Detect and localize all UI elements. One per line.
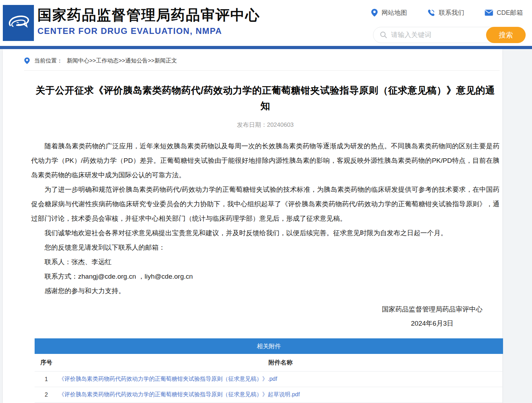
breadcrumb-item-notices[interactable]: 通知公告 bbox=[125, 58, 148, 64]
cde-mail-label: CDE邮箱 bbox=[497, 8, 523, 17]
contact-us-label: 联系我们 bbox=[439, 8, 464, 17]
search-button[interactable]: 搜索 bbox=[486, 27, 526, 43]
breadcrumb-item-news-center[interactable]: 新闻中心 bbox=[67, 58, 89, 64]
search-icon bbox=[380, 31, 388, 39]
utility-links: 网站地图 联系我们 CDE邮箱 bbox=[371, 8, 523, 17]
breadcrumb-divider bbox=[24, 70, 500, 71]
paragraph-4: 您的反馈意见请发到以下联系人的邮箱： bbox=[31, 240, 500, 255]
sitemap-label: 网站地图 bbox=[382, 8, 407, 17]
breadcrumb-item-article[interactable]: 新闻正文 bbox=[154, 58, 177, 64]
envelope-icon bbox=[485, 10, 493, 16]
table-row: 2 《评价胰岛素类药物药代药效动力学的正葡萄糖钳夹试验指导原则（征求意见稿）》起… bbox=[35, 387, 503, 403]
signature-org: 国家药品监督管理局药品审评中心 bbox=[382, 302, 483, 316]
site-header: 国家药品监督管理局药品审评中心 CENTER FOR DRUG EVALUATI… bbox=[0, 0, 532, 46]
attachment-row-no: 1 bbox=[35, 376, 58, 383]
sitemap-link[interactable]: 网站地图 bbox=[371, 8, 407, 17]
phone-icon bbox=[427, 9, 435, 17]
search-area: 搜索 bbox=[373, 27, 526, 43]
article-page: 当前位置： 新闻中心>>工作动态>>通知公告>>新闻正文 关于公开征求《评价胰岛… bbox=[3, 49, 502, 403]
article-title: 关于公开征求《评价胰岛素类药物药代/药效动力学的正葡萄糖钳夹试验指导原则（征求意… bbox=[34, 83, 497, 114]
attachment-row-no: 2 bbox=[35, 392, 58, 398]
cde-mail-link[interactable]: CDE邮箱 bbox=[485, 8, 523, 17]
breadcrumb-pin-icon bbox=[24, 57, 30, 65]
contact-us-link[interactable]: 联系我们 bbox=[427, 8, 464, 17]
paragraph-1: 随着胰岛素类药物的广泛应用，近年来短效胰岛素类药物以及每周一次的长效胰岛素类药物… bbox=[31, 139, 500, 182]
contact-email-line: 联系方式：zhangj@cde.org.cn ，liyh@cde.org.cn bbox=[31, 269, 500, 284]
attachment-link-guideline-pdf[interactable]: 《评价胰岛素类药物药代药效动力学的正葡萄糖钳夹试验指导原则（征求意见稿）》.pd… bbox=[59, 376, 277, 382]
breadcrumb-separator: >> bbox=[119, 58, 125, 64]
paragraph-2: 为了进一步明确和规范评价胰岛素类药物药代/药效动力学的正葡萄糖钳夹试验的技术标准… bbox=[31, 182, 500, 226]
breadcrumb-separator: >> bbox=[89, 58, 96, 64]
breadcrumb: 当前位置： 新闻中心>>工作动态>>通知公告>>新闻正文 bbox=[24, 49, 500, 70]
site-title-cn: 国家药品监督管理局药品审评中心 bbox=[37, 6, 260, 23]
table-row: 1 《评价胰岛素类药物药代药效动力学的正葡萄糖钳夹试验指导原则（征求意见稿）》.… bbox=[35, 372, 503, 387]
site-brand: 国家药品监督管理局药品审评中心 CENTER FOR DRUG EVALUATI… bbox=[37, 6, 260, 36]
location-pin-icon bbox=[371, 8, 378, 17]
attachments-title-bar: 相关附件 bbox=[35, 338, 503, 354]
attachment-link-drafting-note-pdf[interactable]: 《评价胰岛素类药物药代药效动力学的正葡萄糖钳夹试验指导原则（征求意见稿）》起草说… bbox=[59, 391, 300, 397]
breadcrumb-label: 当前位置： bbox=[34, 57, 63, 65]
paragraph-3: 我们诚挚地欢迎社会各界对征求意见稿提出宝贵意见和建议，并及时反馈给我们，以便后续… bbox=[31, 226, 500, 240]
search-input[interactable] bbox=[391, 31, 476, 39]
contact-person-line: 联系人：张杰、李远红 bbox=[31, 255, 500, 269]
column-header-no: 序号 bbox=[35, 358, 58, 367]
publish-date: 发布日期：20240603 bbox=[31, 121, 500, 129]
article-body: 随着胰岛素类药物的广泛应用，近年来短效胰岛素类药物以及每周一次的长效胰岛素类药物… bbox=[31, 139, 500, 298]
breadcrumb-item-work-trends[interactable]: 工作动态 bbox=[96, 58, 119, 64]
signature-block: 国家药品监督管理局药品审评中心 2024年6月3日 bbox=[382, 302, 483, 331]
attachments-table: 相关附件 序号 附件名称 1 《评价胰岛素类药物药代药效动力学的正葡萄糖钳夹试验… bbox=[35, 338, 503, 403]
breadcrumb-separator: >> bbox=[148, 58, 154, 64]
cde-logo bbox=[3, 5, 34, 41]
cde-logo-icon bbox=[6, 10, 31, 36]
header-divider-stripe bbox=[0, 46, 532, 49]
site-title-en: CENTER FOR DRUG EVALUATION, NMPA bbox=[37, 26, 260, 36]
thanks-line: 感谢您的参与和大力支持。 bbox=[31, 284, 500, 298]
attachments-header-row: 序号 附件名称 bbox=[35, 354, 503, 372]
signature-date: 2024年6月3日 bbox=[382, 316, 483, 331]
column-header-name: 附件名称 bbox=[58, 358, 503, 367]
